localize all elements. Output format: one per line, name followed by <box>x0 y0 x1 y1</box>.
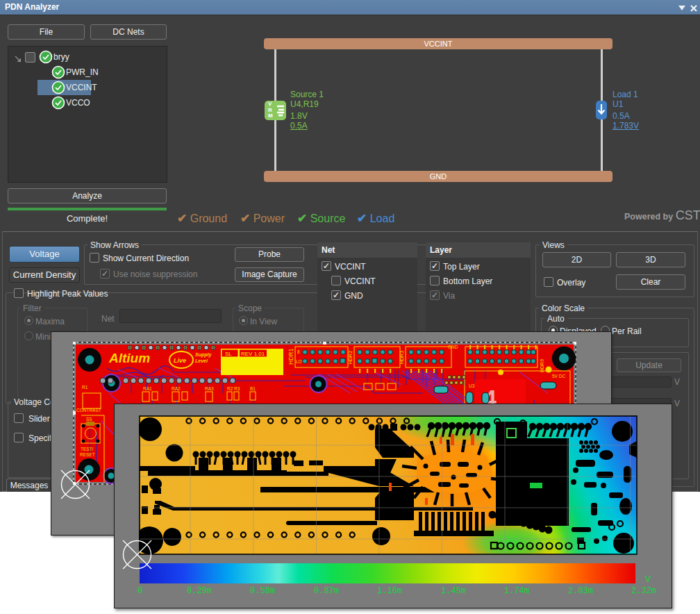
svg-text:Altium: Altium <box>108 351 150 365</box>
svg-text:RA1: RA1 <box>143 386 152 391</box>
svg-text:U3: U3 <box>469 383 475 388</box>
svg-text:RESET: RESET <box>80 452 95 457</box>
svg-text:SS: SS <box>86 417 92 422</box>
svg-text:R1: R1 <box>82 385 88 390</box>
svg-text:HDR9: HDR9 <box>540 358 544 372</box>
svg-text:GND: GND <box>448 344 458 349</box>
svg-text:SL: SL <box>225 351 232 357</box>
svg-text:Live: Live <box>174 357 186 364</box>
svg-text:TEST/: TEST/ <box>81 447 94 451</box>
svg-text:RA3: RA3 <box>205 386 214 391</box>
svg-text:LO: LO <box>296 359 302 364</box>
svg-text:R2 R3: R2 R3 <box>227 386 240 391</box>
svg-text:HDR3: HDR3 <box>399 350 404 363</box>
svg-text:HDR1: HDR1 <box>288 348 294 364</box>
svg-text:B1: B1 <box>250 386 256 391</box>
svg-text:Supply: Supply <box>195 352 212 358</box>
svg-text:5V DC: 5V DC <box>552 374 565 379</box>
svg-text:REV 1.01: REV 1.01 <box>241 351 265 357</box>
svg-text:HDR2: HDR2 <box>348 350 353 363</box>
svg-text:8: 8 <box>297 349 300 354</box>
svg-text:Level: Level <box>195 358 208 363</box>
svg-text:RA2: RA2 <box>172 386 181 391</box>
